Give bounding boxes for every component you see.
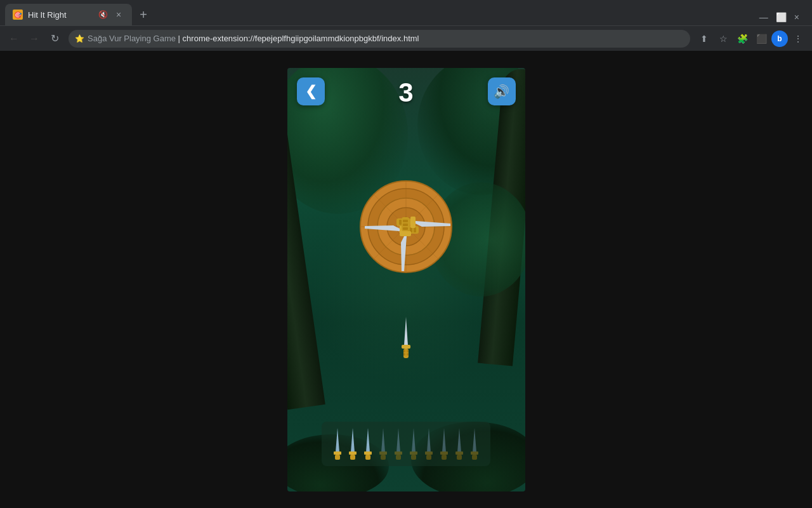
layout-button[interactable]: ⬛ bbox=[752, 30, 770, 48]
content-area: 3 bbox=[0, 51, 812, 508]
active-tab[interactable]: 🎯 Hit It Right 🔇 × bbox=[5, 4, 132, 25]
address-favicon: ⭐ bbox=[75, 34, 84, 43]
tab-bar: 🎯 Hit It Right 🔇 × + — ⬜ × bbox=[0, 0, 812, 25]
sound-button[interactable] bbox=[488, 77, 516, 105]
extensions-button[interactable]: 🧩 bbox=[733, 30, 751, 48]
profile-button[interactable]: b bbox=[771, 30, 788, 47]
tab-title: Hit It Right bbox=[28, 10, 93, 20]
address-text: Sağa Vur Playing Game | chrome-extension… bbox=[88, 34, 684, 43]
more-button[interactable]: ⋮ bbox=[789, 30, 807, 48]
address-url: chrome-extension://fepejeplfhgiipgoilamm… bbox=[183, 34, 419, 43]
close-window-button[interactable]: × bbox=[792, 11, 802, 23]
minimize-button[interactable]: — bbox=[757, 11, 771, 23]
tab-favicon: 🎯 bbox=[13, 10, 23, 20]
game-container[interactable]: 3 bbox=[287, 68, 525, 491]
address-bar[interactable]: ⭐ Sağa Vur Playing Game | chrome-extensi… bbox=[69, 30, 690, 48]
reload-button[interactable]: ↻ bbox=[46, 30, 63, 48]
nav-actions: ⬆ ☆ 🧩 ⬛ b ⋮ bbox=[695, 30, 807, 48]
back-game-button[interactable] bbox=[297, 77, 325, 105]
tab-close-button[interactable]: × bbox=[113, 9, 124, 20]
browser-window: 🎯 Hit It Right 🔇 × + — ⬜ × ← → ↻ ⭐ Sağa … bbox=[0, 0, 812, 508]
new-tab-button[interactable]: + bbox=[134, 6, 152, 23]
back-button[interactable]: ← bbox=[5, 30, 23, 48]
atmosphere-glow bbox=[311, 195, 501, 385]
address-separator: | bbox=[178, 34, 183, 43]
maximize-button[interactable]: ⬜ bbox=[773, 11, 789, 23]
forward-button[interactable]: → bbox=[25, 30, 43, 48]
tab-mute-button[interactable]: 🔇 bbox=[98, 10, 108, 20]
share-button[interactable]: ⬆ bbox=[695, 30, 713, 48]
site-name: Sağa Vur Playing Game bbox=[88, 34, 176, 43]
window-controls: — ⬜ × bbox=[757, 11, 802, 23]
bookmark-button[interactable]: ☆ bbox=[714, 30, 732, 48]
nav-bar: ← → ↻ ⭐ Sağa Vur Playing Game | chrome-e… bbox=[0, 25, 812, 51]
